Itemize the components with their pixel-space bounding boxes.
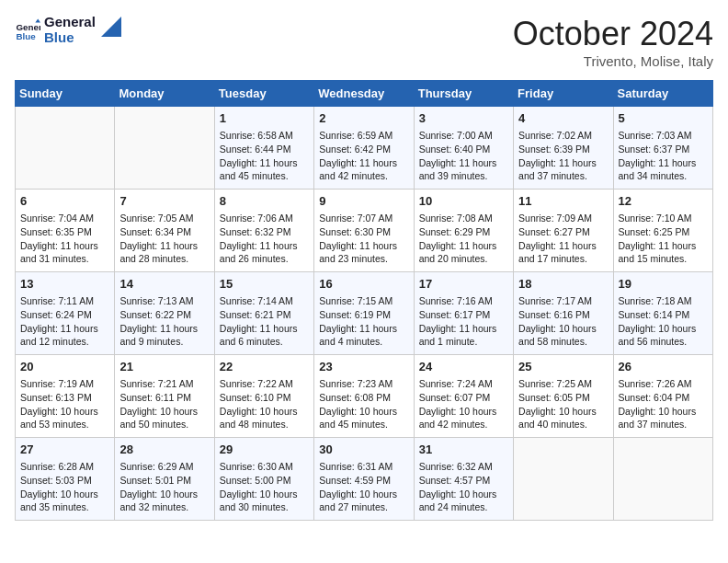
day-number: 8 [220, 193, 309, 210]
calendar-cell [115, 107, 214, 190]
day-number: 31 [419, 442, 508, 458]
day-info: Sunrise: 7:16 AM Sunset: 6:17 PM Dayligh… [419, 294, 508, 349]
day-info: Sunrise: 7:03 AM Sunset: 6:37 PM Dayligh… [619, 129, 708, 183]
day-number: 3 [419, 110, 508, 127]
day-info: Sunrise: 7:15 AM Sunset: 6:19 PM Dayligh… [319, 294, 408, 349]
day-number: 1 [220, 110, 309, 127]
day-number: 30 [319, 442, 408, 458]
day-info: Sunrise: 7:06 AM Sunset: 6:32 PM Dayligh… [220, 212, 309, 266]
day-number: 25 [518, 359, 608, 375]
day-info: Sunrise: 7:14 AM Sunset: 6:21 PM Dayligh… [220, 294, 309, 349]
calendar-cell: 23Sunrise: 7:23 AM Sunset: 6:08 PM Dayli… [314, 355, 414, 438]
calendar-cell: 21Sunrise: 7:21 AM Sunset: 6:11 PM Dayli… [115, 355, 214, 438]
location: Trivento, Molise, Italy [513, 53, 713, 69]
calendar-cell: 22Sunrise: 7:22 AM Sunset: 6:10 PM Dayli… [214, 355, 313, 438]
month-title: October 2024 [513, 15, 713, 53]
day-info: Sunrise: 6:29 AM Sunset: 5:01 PM Dayligh… [119, 460, 209, 514]
day-number: 18 [518, 276, 608, 293]
day-info: Sunrise: 7:08 AM Sunset: 6:29 PM Dayligh… [419, 212, 508, 266]
weekday-header-saturday: Saturday [613, 81, 712, 107]
day-info: Sunrise: 7:07 AM Sunset: 6:30 PM Dayligh… [319, 212, 408, 266]
calendar-cell: 12Sunrise: 7:10 AM Sunset: 6:25 PM Dayli… [613, 190, 712, 272]
day-number: 16 [319, 276, 408, 293]
calendar-cell: 16Sunrise: 7:15 AM Sunset: 6:19 PM Dayli… [314, 272, 414, 355]
day-info: Sunrise: 7:02 AM Sunset: 6:39 PM Dayligh… [518, 129, 608, 183]
day-info: Sunrise: 7:25 AM Sunset: 6:05 PM Dayligh… [518, 377, 608, 431]
calendar-cell: 2Sunrise: 6:59 AM Sunset: 6:42 PM Daylig… [314, 107, 414, 190]
calendar-cell: 20Sunrise: 7:19 AM Sunset: 6:13 PM Dayli… [16, 355, 115, 438]
day-info: Sunrise: 7:26 AM Sunset: 6:04 PM Dayligh… [619, 377, 708, 431]
day-number: 15 [220, 276, 309, 293]
day-info: Sunrise: 6:32 AM Sunset: 4:57 PM Dayligh… [419, 460, 508, 514]
logo-triangle-icon [101, 17, 121, 37]
calendar-cell: 4Sunrise: 7:02 AM Sunset: 6:39 PM Daylig… [514, 107, 613, 190]
day-number: 12 [619, 193, 708, 210]
day-number: 17 [419, 276, 508, 293]
day-info: Sunrise: 7:10 AM Sunset: 6:25 PM Dayligh… [619, 212, 708, 266]
calendar-cell: 25Sunrise: 7:25 AM Sunset: 6:05 PM Dayli… [514, 355, 613, 438]
day-number: 6 [20, 193, 109, 210]
calendar-cell: 28Sunrise: 6:29 AM Sunset: 5:01 PM Dayli… [115, 438, 214, 521]
calendar-cell: 18Sunrise: 7:17 AM Sunset: 6:16 PM Dayli… [514, 272, 613, 355]
day-info: Sunrise: 7:19 AM Sunset: 6:13 PM Dayligh… [20, 377, 109, 431]
day-number: 27 [20, 442, 109, 458]
calendar-cell: 29Sunrise: 6:30 AM Sunset: 5:00 PM Dayli… [214, 438, 313, 521]
day-number: 24 [419, 359, 508, 375]
day-info: Sunrise: 7:13 AM Sunset: 6:22 PM Dayligh… [119, 294, 209, 349]
day-info: Sunrise: 7:09 AM Sunset: 6:27 PM Dayligh… [518, 212, 608, 266]
svg-marker-3 [101, 17, 121, 37]
calendar-table: SundayMondayTuesdayWednesdayThursdayFrid… [15, 80, 713, 521]
day-number: 29 [220, 442, 309, 458]
calendar-cell: 26Sunrise: 7:26 AM Sunset: 6:04 PM Dayli… [613, 355, 712, 438]
calendar-cell: 5Sunrise: 7:03 AM Sunset: 6:37 PM Daylig… [613, 107, 712, 190]
day-info: Sunrise: 7:17 AM Sunset: 6:16 PM Dayligh… [518, 294, 608, 349]
day-number: 26 [619, 359, 708, 375]
day-number: 19 [619, 276, 708, 293]
page: General Blue General Blue October 2024 T… [0, 0, 728, 535]
logo-icon: General Blue [15, 17, 40, 43]
day-info: Sunrise: 7:23 AM Sunset: 6:08 PM Dayligh… [319, 377, 408, 431]
weekday-header-thursday: Thursday [414, 81, 513, 107]
logo: General Blue General Blue [15, 15, 121, 45]
day-info: Sunrise: 7:18 AM Sunset: 6:14 PM Dayligh… [619, 294, 708, 349]
day-info: Sunrise: 7:11 AM Sunset: 6:24 PM Dayligh… [20, 294, 109, 349]
calendar-cell: 13Sunrise: 7:11 AM Sunset: 6:24 PM Dayli… [16, 272, 115, 355]
header: General Blue General Blue October 2024 T… [15, 15, 713, 69]
calendar-cell: 24Sunrise: 7:24 AM Sunset: 6:07 PM Dayli… [414, 355, 513, 438]
svg-text:Blue: Blue [16, 30, 36, 40]
calendar-cell [613, 438, 712, 521]
weekday-header-tuesday: Tuesday [214, 81, 313, 107]
day-info: Sunrise: 6:28 AM Sunset: 5:03 PM Dayligh… [20, 460, 109, 514]
day-number: 14 [119, 276, 209, 293]
day-info: Sunrise: 7:22 AM Sunset: 6:10 PM Dayligh… [220, 377, 309, 431]
day-number: 9 [319, 193, 408, 210]
weekday-header-wednesday: Wednesday [314, 81, 414, 107]
day-number: 4 [518, 110, 608, 127]
day-info: Sunrise: 7:00 AM Sunset: 6:40 PM Dayligh… [419, 129, 508, 183]
day-number: 20 [20, 359, 109, 375]
weekday-header-monday: Monday [115, 81, 214, 107]
weekday-header-sunday: Sunday [16, 81, 115, 107]
day-info: Sunrise: 6:30 AM Sunset: 5:00 PM Dayligh… [220, 460, 309, 514]
calendar-cell [514, 438, 613, 521]
calendar-cell [16, 107, 115, 190]
day-info: Sunrise: 7:05 AM Sunset: 6:34 PM Dayligh… [119, 212, 209, 266]
day-info: Sunrise: 7:24 AM Sunset: 6:07 PM Dayligh… [419, 377, 508, 431]
day-number: 2 [319, 110, 408, 127]
day-info: Sunrise: 6:58 AM Sunset: 6:44 PM Dayligh… [220, 129, 309, 183]
svg-marker-2 [35, 18, 40, 22]
day-number: 21 [119, 359, 209, 375]
calendar-cell: 1Sunrise: 6:58 AM Sunset: 6:44 PM Daylig… [214, 107, 313, 190]
day-info: Sunrise: 6:59 AM Sunset: 6:42 PM Dayligh… [319, 129, 408, 183]
day-number: 5 [619, 110, 708, 127]
day-info: Sunrise: 7:04 AM Sunset: 6:35 PM Dayligh… [20, 212, 109, 266]
calendar-cell: 17Sunrise: 7:16 AM Sunset: 6:17 PM Dayli… [414, 272, 513, 355]
day-number: 7 [119, 193, 209, 210]
calendar-cell: 6Sunrise: 7:04 AM Sunset: 6:35 PM Daylig… [16, 190, 115, 272]
calendar-cell: 7Sunrise: 7:05 AM Sunset: 6:34 PM Daylig… [115, 190, 214, 272]
day-number: 13 [20, 276, 109, 293]
day-info: Sunrise: 7:21 AM Sunset: 6:11 PM Dayligh… [119, 377, 209, 431]
calendar-cell: 19Sunrise: 7:18 AM Sunset: 6:14 PM Dayli… [613, 272, 712, 355]
calendar-cell: 15Sunrise: 7:14 AM Sunset: 6:21 PM Dayli… [214, 272, 313, 355]
day-number: 10 [419, 193, 508, 210]
